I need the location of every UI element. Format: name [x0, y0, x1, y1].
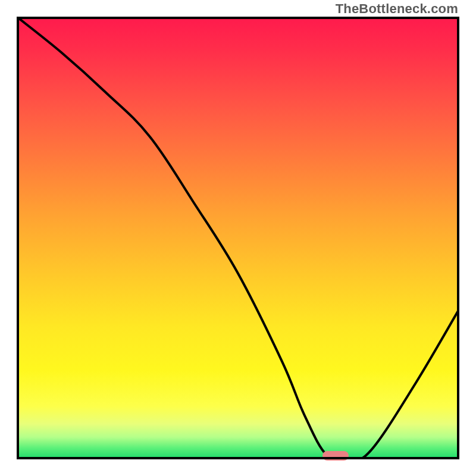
chart-frame [17, 17, 459, 459]
chart-background-gradient [17, 17, 459, 459]
watermark-text: TheBottleneck.com [336, 1, 458, 17]
